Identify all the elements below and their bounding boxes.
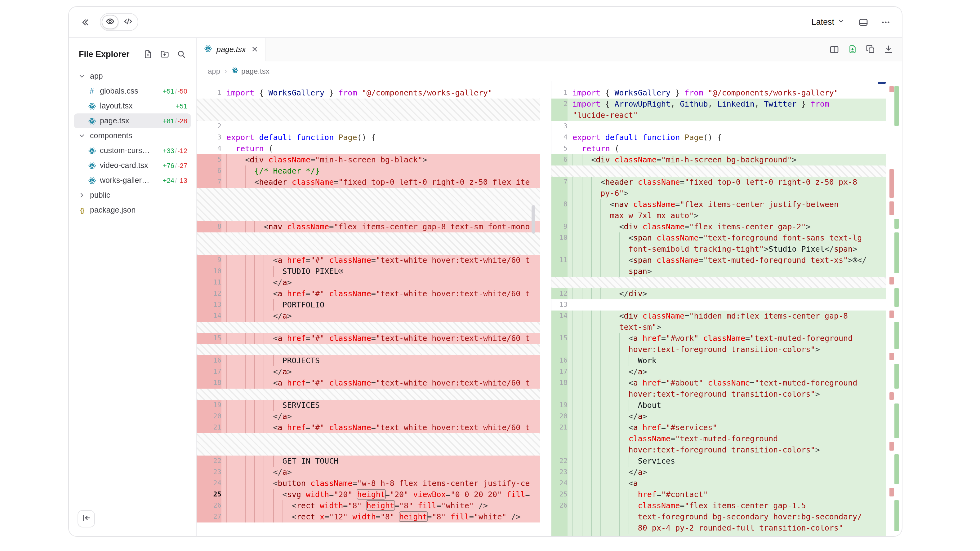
tree-file-page.tsx[interactable]: page.tsx+81/-28 (74, 113, 191, 128)
scrollbar-thumb[interactable] (531, 205, 535, 233)
code-line[interactable]: 26 <rect width="8" height="8" fill="whit… (197, 500, 540, 511)
collapsed-unchanged-region[interactable] (551, 165, 886, 177)
code-line[interactable]: 19 About (551, 400, 886, 411)
code-line[interactable]: 25 href="#contact" (551, 489, 886, 500)
code-toggle-button[interactable] (120, 15, 137, 29)
code-line[interactable]: 13 (551, 299, 886, 311)
minimap[interactable] (889, 84, 899, 531)
code-line[interactable]: 16 Work (551, 355, 886, 366)
tree-folder-components[interactable]: components (74, 128, 191, 143)
collapsed-unchanged-region[interactable] (197, 232, 540, 255)
close-tab-icon[interactable]: ✕ (251, 45, 258, 53)
code-line[interactable]: 25 <svg width="20" height="20" viewBox="… (197, 489, 540, 500)
tab-page-tsx[interactable]: page.tsx ✕ (197, 38, 266, 61)
code-line[interactable]: 10 <span className="text-foreground font… (551, 232, 886, 244)
tree-file-package.json[interactable]: {}package.json (74, 203, 191, 218)
collapse-panel-button[interactable] (78, 14, 92, 29)
code-line[interactable]: 23 </a> (197, 467, 540, 478)
code-line[interactable]: 20 </a> (551, 411, 886, 422)
code-line[interactable]: 7 <header className="fixed top-0 left-0 … (551, 177, 886, 188)
code-line[interactable]: text-foreground bg-secondary hover:bg-se… (551, 511, 886, 522)
code-line[interactable]: 14 <div className="hidden md:flex items-… (551, 311, 886, 322)
code-line[interactable]: 22 GET IN TOUCH (197, 456, 540, 467)
collapsed-unchanged-region[interactable] (551, 277, 886, 288)
collapsed-unchanged-region[interactable] (197, 98, 540, 121)
code-line[interactable]: 1import { WorksGallery } from "@/compone… (197, 87, 540, 98)
code-line[interactable]: 19 SERVICES (197, 400, 540, 411)
code-line[interactable]: hover:text-foreground transition-colors"… (551, 344, 886, 355)
new-folder-button[interactable] (158, 47, 172, 61)
code-line[interactable]: 27 > (551, 534, 886, 536)
code-line[interactable]: "lucide-react" (551, 110, 886, 121)
code-line[interactable]: 6 {/* Header */} (197, 165, 540, 177)
code-line[interactable]: 18 <a href="#" className="text-white hov… (197, 378, 540, 389)
collapsed-unchanged-region[interactable] (197, 188, 540, 221)
code-line[interactable]: 8 <nav className="flex items-center gap-… (197, 221, 540, 232)
code-line[interactable]: 12 <a href="#" className="text-white hov… (197, 288, 540, 299)
code-line[interactable]: 5 <div className="min-h-screen bg-black"… (197, 154, 540, 165)
code-line[interactable]: hover:text-foreground transition-colors"… (551, 389, 886, 400)
code-line[interactable]: text-sm"> (551, 322, 886, 333)
copy-button[interactable] (863, 42, 878, 56)
code-line[interactable]: hover:text-foreground transition-colors"… (551, 445, 886, 456)
tree-folder-public[interactable]: public (74, 188, 191, 203)
code-line[interactable]: font-semibold tracking-tight">Studio Pix… (551, 244, 886, 255)
new-file-button[interactable] (141, 47, 155, 61)
code-line[interactable]: 2import { ArrowUpRight, Github, Linkedin… (551, 98, 886, 110)
code-line[interactable]: 2 (197, 121, 540, 132)
code-line[interactable]: 15 <a href="#" className="text-white hov… (197, 333, 540, 344)
code-line[interactable]: 1import { WorksGallery } from "@/compone… (551, 87, 886, 98)
code-line[interactable]: className="text-muted-foreground (551, 433, 886, 445)
tree-file-globals.css[interactable]: #globals.css+51/-50 (74, 84, 191, 98)
code-line[interactable]: 8 <nav className="flex items-center just… (551, 199, 886, 210)
tree-folder-app[interactable]: app (74, 69, 191, 84)
collapsed-unchanged-region[interactable] (197, 389, 540, 400)
code-line[interactable]: 24 <a (551, 478, 886, 489)
panel-layout-button[interactable] (856, 14, 871, 29)
code-line[interactable]: 13 PORTFOLIO (197, 299, 540, 311)
code-line[interactable]: 27 <rect x="12" width="8" height="8" fil… (197, 511, 540, 522)
code-line[interactable]: 16 PROJECTS (197, 355, 540, 366)
code-line[interactable]: span> (551, 266, 886, 277)
code-line[interactable]: 23 </a> (551, 467, 886, 478)
code-line[interactable]: 12 </div> (551, 288, 886, 299)
code-line[interactable]: 15 <a href="#work" className="text-muted… (551, 333, 886, 344)
breadcrumb-folder[interactable]: app (208, 67, 220, 76)
code-line[interactable]: 5 return ( (551, 143, 886, 154)
tree-file-video-card.tsx[interactable]: video-card.tsx+76/-27 (74, 158, 191, 173)
collapsed-unchanged-region[interactable] (197, 344, 540, 355)
code-line[interactable]: 14 </a> (197, 311, 540, 322)
breadcrumb-file[interactable]: page.tsx (231, 67, 269, 76)
more-menu-button[interactable] (878, 14, 893, 29)
tree-file-custom-curs-[interactable]: custom-curs…+33/-12 (74, 143, 191, 158)
code-line[interactable]: 18 <a href="#about" className="text-mute… (551, 378, 886, 389)
minimap-viewport-indicator[interactable] (878, 82, 886, 83)
collapse-sidebar-button[interactable] (78, 510, 95, 527)
code-line[interactable]: 22 Services (551, 456, 886, 467)
code-line[interactable]: 17 </a> (197, 366, 540, 378)
code-line[interactable]: 26 className="flex items-center gap-1.5 (551, 500, 886, 511)
code-line[interactable]: max-w-7xl mx-auto"> (551, 210, 886, 221)
code-line[interactable]: 80 px-4 py-2 rounded-full transition-col… (551, 522, 886, 534)
code-line[interactable]: 20 </a> (197, 411, 540, 422)
code-line[interactable]: 24 <button className="w-8 h-8 flex items… (197, 478, 540, 489)
code-line[interactable]: 7 <header className="fixed top-0 left-0 … (197, 177, 540, 188)
version-dropdown[interactable]: Latest (808, 17, 848, 27)
split-view-button[interactable] (827, 42, 842, 57)
code-line[interactable]: 3export default function Page() { (197, 132, 540, 143)
preview-toggle-button[interactable] (102, 15, 118, 29)
code-line[interactable]: 4export default function Page() { (551, 132, 886, 143)
view-changes-button[interactable] (845, 42, 860, 56)
code-line[interactable]: 9 <div className="flex items-center gap-… (551, 221, 886, 232)
tree-file-layout.tsx[interactable]: layout.tsx+51 (74, 98, 191, 113)
code-line[interactable]: 4 return ( (197, 143, 540, 154)
code-line[interactable]: 21 <a href="#services" (551, 422, 886, 433)
code-line[interactable]: 9 <a href="#" className="text-white hove… (197, 255, 540, 266)
code-line[interactable]: 3 (551, 121, 886, 132)
collapsed-unchanged-region[interactable] (197, 322, 540, 333)
code-line[interactable]: 11 </a> (197, 277, 540, 288)
tree-file-works-galler-[interactable]: works-galler…+24/-13 (74, 173, 191, 188)
code-line[interactable]: 11 <span className="text-muted-foregroun… (551, 255, 886, 266)
code-line[interactable]: 6 <div className="min-h-screen bg-backgr… (551, 154, 886, 165)
code-line[interactable]: 17 </a> (551, 366, 886, 378)
